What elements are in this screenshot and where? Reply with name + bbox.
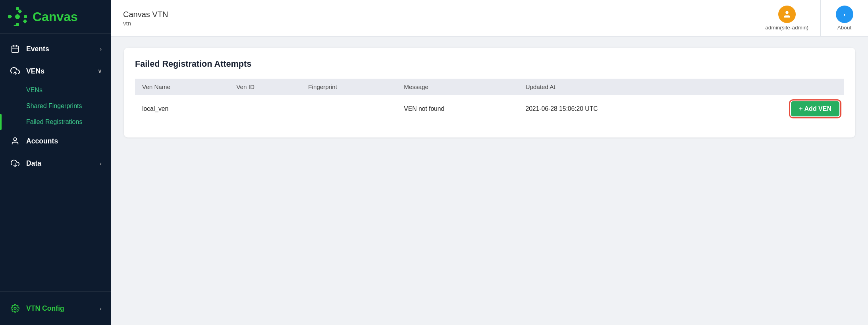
svg-rect-1 [24, 15, 27, 18]
col-action [710, 79, 844, 95]
svg-point-16 [14, 307, 16, 310]
svg-rect-0 [16, 7, 19, 10]
svg-point-14 [14, 138, 16, 141]
sidebar-item-vens[interactable]: VENs ∨ [0, 60, 111, 82]
failed-registrations-label: Failed Registrations [26, 118, 82, 126]
download-icon [10, 158, 21, 169]
svg-rect-5 [23, 19, 27, 23]
col-message: Message [397, 79, 518, 95]
cell-message: VEN not found [397, 95, 518, 123]
table-header: Ven Name Ven ID Fingerprint Message Upda… [135, 79, 844, 95]
add-ven-button[interactable]: + Add VEN [791, 101, 839, 116]
data-label: Data [26, 159, 41, 168]
sidebar-item-events[interactable]: Events › [0, 38, 111, 60]
svg-rect-9 [12, 46, 19, 53]
card-title: Failed Registration Attempts [135, 59, 844, 69]
canvas-logo-icon [8, 7, 27, 26]
calendar-icon [10, 43, 21, 54]
cell-add-ven: + Add VEN [710, 95, 844, 123]
gear-icon [10, 303, 21, 314]
about-label: About [837, 25, 852, 31]
vens-chevron: ∨ [98, 68, 102, 74]
svg-point-17 [785, 11, 788, 14]
sidebar-item-data[interactable]: Data › [0, 152, 111, 174]
about-icon [836, 6, 853, 23]
header-actions: admin(site-admin) About [753, 0, 868, 36]
sidebar-item-shared-fingerprints[interactable]: Shared Fingerprints [0, 98, 111, 114]
header-app-name: Canvas VTN [123, 10, 741, 19]
failed-registrations-card: Failed Registration Attempts Ven Name Ve… [124, 48, 855, 137]
admin-label: admin(site-admin) [765, 25, 808, 31]
vens-label: VENs [26, 67, 44, 75]
user-circle-icon [10, 135, 21, 147]
cell-fingerprint [301, 95, 397, 123]
shared-fingerprints-label: Shared Fingerprints [26, 103, 82, 110]
sidebar: Canvas Events › [0, 0, 111, 325]
vtn-config-chevron: › [100, 306, 102, 311]
accounts-label: Accounts [26, 137, 58, 145]
table-row: local_ven VEN not found 2021-06-28 15:06… [135, 95, 844, 123]
svg-point-8 [15, 14, 20, 19]
col-updated-at: Updated At [518, 79, 710, 95]
data-chevron: › [100, 161, 102, 166]
sidebar-item-accounts[interactable]: Accounts [0, 130, 111, 152]
vtn-config-label: VTN Config [26, 304, 64, 313]
admin-button[interactable]: admin(site-admin) [753, 0, 820, 36]
registrations-table: Ven Name Ven ID Fingerprint Message Upda… [135, 79, 844, 123]
logo-text: Canvas [33, 10, 78, 24]
sidebar-bottom: VTN Config › [0, 291, 111, 325]
cell-ven-id [229, 95, 301, 123]
logo-area: Canvas [0, 0, 111, 34]
header-title-area: Canvas VTN vtn [111, 0, 753, 36]
admin-icon [778, 6, 796, 23]
header-subtitle: vtn [123, 20, 741, 27]
vens-sub-label: VENs [26, 87, 42, 94]
sidebar-item-vtn-config[interactable]: VTN Config › [0, 297, 111, 319]
events-label: Events [26, 45, 49, 53]
cell-ven-name: local_ven [135, 95, 229, 123]
cloud-icon [10, 66, 21, 77]
cell-updated-at: 2021-06-28 15:06:20 UTC [518, 95, 710, 123]
content-area: Failed Registration Attempts Ven Name Ve… [111, 37, 868, 325]
sidebar-item-failed-registrations[interactable]: Failed Registrations [0, 114, 111, 130]
main-area: Canvas VTN vtn admin(site-admin) [111, 0, 868, 325]
about-button[interactable]: About [820, 0, 868, 36]
col-fingerprint: Fingerprint [301, 79, 397, 95]
sidebar-nav: Events › VENs ∨ VENs Shared Fingerprints… [0, 34, 111, 291]
table-wrapper: Ven Name Ven ID Fingerprint Message Upda… [135, 79, 844, 123]
header: Canvas VTN vtn admin(site-admin) [111, 0, 868, 37]
events-chevron: › [100, 46, 102, 52]
col-ven-name: Ven Name [135, 79, 229, 95]
col-ven-id: Ven ID [229, 79, 301, 95]
table-body: local_ven VEN not found 2021-06-28 15:06… [135, 95, 844, 123]
sidebar-item-vens-sub[interactable]: VENs [0, 82, 111, 98]
